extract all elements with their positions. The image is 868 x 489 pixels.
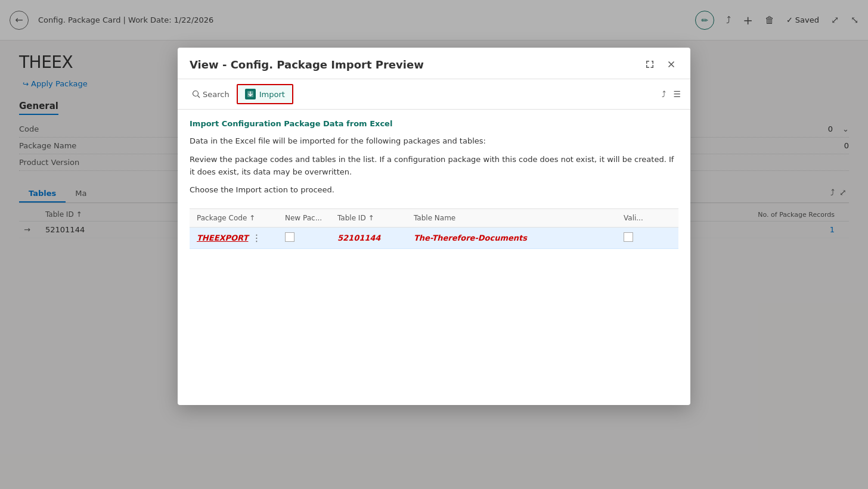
modal-header-icons <box>643 57 678 71</box>
row-vali-checkbox[interactable] <box>624 232 633 242</box>
col-new-pac-header: New Pac... <box>285 214 333 222</box>
search-label: Search <box>203 90 230 99</box>
modal-close-icon[interactable] <box>664 57 678 71</box>
col-package-code-header: Package Code ↑ <box>197 214 280 222</box>
modal-toolbar: Search Import ⤴ ☰ <box>178 79 690 110</box>
modal-title: View - Config. Package Import Preview <box>190 58 643 71</box>
modal-dialog: View - Config. Package Import Preview <box>178 48 690 405</box>
row-context-dots[interactable]: ⋮ <box>252 232 261 244</box>
col-table-id-header: Table ID ↑ <box>337 214 409 222</box>
row-package-code: THEEXPORT ⋮ <box>197 232 280 244</box>
modal-body-text-1: Data in the Excel file will be imported … <box>190 135 678 148</box>
svg-point-0 <box>193 91 199 96</box>
import-label: Import <box>259 90 285 99</box>
modal-body: Import Configuration Package Data from E… <box>178 110 690 405</box>
row-vali <box>624 232 671 244</box>
svg-line-1 <box>198 96 200 98</box>
search-button[interactable]: Search <box>187 88 234 101</box>
modal-overlay: View - Config. Package Import Preview <box>0 0 868 489</box>
import-icon <box>245 89 256 99</box>
row-package-code-text[interactable]: THEEXPORT <box>197 233 248 242</box>
modal-table: Package Code ↑ New Pac... Table ID ↑ Tab… <box>190 208 678 249</box>
col-vali-header: Vali... <box>624 214 671 222</box>
row-table-id: 52101144 <box>337 233 409 242</box>
modal-expand-icon[interactable] <box>643 57 657 71</box>
modal-header: View - Config. Package Import Preview <box>178 48 690 79</box>
modal-subtitle: Import Configuration Package Data from E… <box>190 119 678 128</box>
modal-table-header: Package Code ↑ New Pac... Table ID ↑ Tab… <box>190 209 678 228</box>
toolbar-share-icon[interactable]: ⤴ <box>662 89 666 99</box>
import-button[interactable]: Import <box>237 84 293 104</box>
modal-table-data-row[interactable]: THEEXPORT ⋮ 52101144 The-Therefore-Docum… <box>190 228 678 249</box>
toolbar-list-icon[interactable]: ☰ <box>673 89 681 99</box>
row-new-pac-checkbox[interactable] <box>285 232 294 242</box>
toolbar-right-icons: ⤴ ☰ <box>662 89 681 99</box>
col-table-name-header: Table Name <box>414 214 619 222</box>
row-table-name: The-Therefore-Documents <box>414 233 619 242</box>
modal-body-text-2: Review the package codes and tables in t… <box>190 154 678 179</box>
modal-body-text-3: Choose the Import action to proceed. <box>190 184 678 197</box>
row-new-pac <box>285 232 333 244</box>
